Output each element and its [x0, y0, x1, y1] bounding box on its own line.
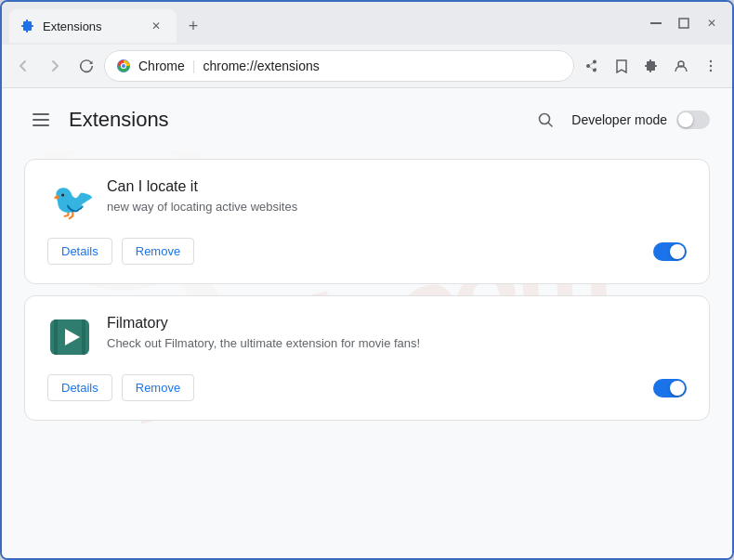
maximize-button[interactable] — [671, 13, 697, 33]
svg-rect-17 — [54, 319, 58, 355]
extension-desc-can-locate-it: new way of locating active websites — [107, 199, 687, 215]
toggle-knob — [678, 112, 693, 127]
extension-actions-can-locate-it: Details Remove — [47, 238, 687, 265]
extension-top: 🐦 Can I locate it new way of locating ac… — [47, 178, 687, 223]
tab-title-label: Extensions — [43, 20, 139, 33]
share-button[interactable] — [578, 52, 606, 80]
address-bar[interactable]: Chrome | chrome://extensions — [104, 50, 574, 82]
extension-icon-filmatory — [47, 315, 92, 359]
url-prefix: Chrome — [138, 59, 185, 73]
extension-info-filmatory: Filmatory Check out Filmatory, the ultim… — [107, 315, 687, 352]
extension-name-filmatory: Filmatory — [107, 315, 687, 332]
reload-button[interactable] — [72, 52, 100, 80]
extension-toggle-can-locate-it[interactable] — [653, 242, 687, 261]
page-title: Extensions — [69, 108, 529, 132]
bookmark-button[interactable] — [608, 52, 636, 80]
extensions-tab-icon — [20, 19, 35, 33]
nav-actions — [578, 52, 725, 80]
chrome-logo — [116, 59, 131, 73]
extension-desc-filmatory: Check out Filmatory, the ultimate extens… — [107, 335, 687, 352]
developer-mode-toggle[interactable] — [676, 111, 710, 129]
minimize-button[interactable] — [643, 13, 669, 33]
toggle-knob — [670, 381, 685, 396]
search-extensions-button[interactable] — [529, 103, 562, 137]
dev-mode-section: Developer mode — [529, 103, 710, 137]
svg-point-8 — [710, 65, 712, 67]
profile-button[interactable] — [667, 52, 695, 80]
svg-point-9 — [710, 70, 712, 72]
details-button-filmatory[interactable]: Details — [47, 374, 112, 401]
svg-line-13 — [548, 123, 552, 126]
extension-toggle-wrap-can-locate-it — [653, 242, 687, 261]
url-text[interactable]: chrome://extensions — [203, 59, 562, 73]
details-button-can-locate-it[interactable]: Details — [47, 238, 112, 265]
page-content: riash.com Extensions Developer — [2, 88, 732, 558]
extensions-button[interactable] — [637, 52, 665, 80]
title-bar: Extensions ✕ + ✕ — [2, 2, 732, 45]
extension-toggle-filmatory[interactable] — [653, 379, 687, 397]
forward-button[interactable] — [41, 52, 69, 80]
remove-button-filmatory[interactable]: Remove — [122, 374, 194, 401]
svg-point-5 — [122, 64, 125, 68]
extension-name-can-locate-it: Can I locate it — [107, 178, 687, 195]
toggle-knob — [670, 244, 685, 259]
extension-top: Filmatory Check out Filmatory, the ultim… — [47, 315, 687, 359]
active-tab[interactable]: Extensions ✕ — [9, 9, 177, 43]
hamburger-icon — [33, 113, 49, 126]
svg-text:🐦: 🐦 — [51, 180, 92, 223]
new-tab-button[interactable]: + — [180, 13, 206, 39]
svg-rect-0 — [650, 22, 662, 24]
nav-bar: Chrome | chrome://extensions — [2, 45, 732, 88]
extension-card-filmatory: Filmatory Check out Filmatory, the ultim… — [24, 295, 710, 421]
window-controls: ✕ — [643, 13, 725, 39]
extension-icon-can-locate-it: 🐦 — [47, 178, 92, 223]
extension-toggle-wrap-filmatory — [653, 379, 687, 397]
developer-mode-label: Developer mode — [571, 112, 667, 127]
extensions-list: 🐦 Can I locate it new way of locating ac… — [2, 151, 732, 443]
back-button[interactable] — [9, 52, 37, 80]
svg-point-7 — [710, 60, 712, 62]
menu-button[interactable] — [697, 52, 725, 80]
extension-card-can-locate-it: 🐦 Can I locate it new way of locating ac… — [24, 159, 710, 284]
close-button[interactable]: ✕ — [699, 13, 725, 33]
svg-rect-1 — [679, 19, 688, 28]
extension-actions-filmatory: Details Remove — [47, 374, 687, 401]
extensions-header: Extensions Developer mode — [2, 88, 732, 151]
remove-button-can-locate-it[interactable]: Remove — [122, 238, 194, 265]
hamburger-menu-button[interactable] — [24, 103, 58, 137]
search-icon — [537, 111, 554, 128]
url-separator: | — [192, 59, 196, 73]
tab-close-button[interactable]: ✕ — [147, 17, 165, 35]
extension-info-can-locate-it: Can I locate it new way of locating acti… — [107, 178, 687, 215]
svg-rect-18 — [82, 319, 85, 355]
browser-window: Extensions ✕ + ✕ — [0, 0, 734, 560]
